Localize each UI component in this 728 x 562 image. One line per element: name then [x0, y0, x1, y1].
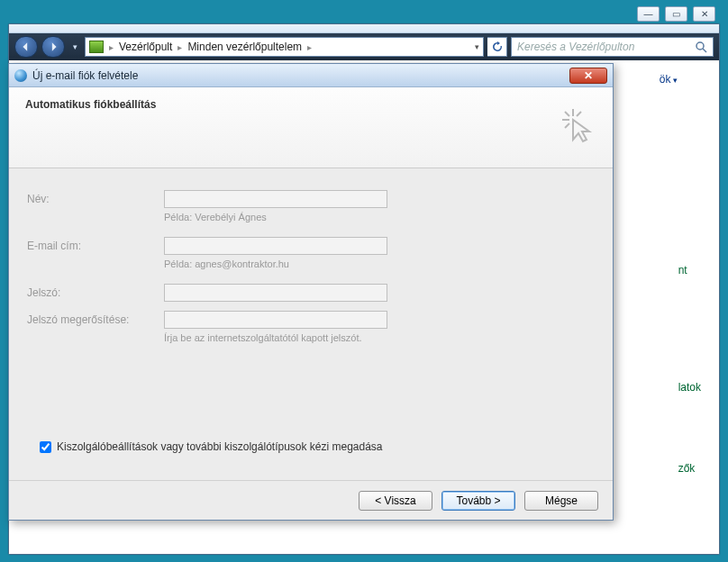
dialog-close-button[interactable]: ✕: [569, 68, 607, 84]
cp-item-link[interactable]: zők: [678, 462, 701, 475]
dialog-footer: < Vissza Tovább > Mégse: [9, 480, 613, 520]
breadcrumb-sep-icon: ▸: [177, 42, 182, 52]
email-label: E-mail cím:: [27, 240, 155, 252]
password-hint: Írja be az internetszolgáltatótól kapott…: [164, 332, 595, 343]
nav-forward-button[interactable]: [41, 36, 65, 58]
email-input[interactable]: [164, 237, 387, 255]
address-dropdown-icon[interactable]: ▾: [475, 42, 479, 51]
next-button[interactable]: Tovább >: [441, 491, 515, 511]
svg-point-0: [696, 42, 704, 50]
search-icon: [695, 41, 707, 53]
svg-line-1: [703, 49, 706, 52]
nav-history-dropdown[interactable]: ▾: [68, 38, 81, 56]
control-panel-icon: [89, 41, 104, 53]
dialog-header: Automatikus fiókbeállítás: [9, 87, 613, 168]
password-label: Jelszó:: [27, 286, 155, 299]
password-confirm-input[interactable]: [164, 311, 387, 329]
dialog-body: Név: Példa: Verebélyi Ágnes E-mail cím: …: [9, 168, 613, 480]
refresh-button[interactable]: [487, 37, 507, 57]
name-hint: Példa: Verebélyi Ágnes: [164, 212, 595, 222]
cancel-button[interactable]: Mégse: [524, 491, 598, 511]
svg-line-4: [565, 112, 569, 116]
search-input[interactable]: [517, 41, 689, 53]
window-close-button[interactable]: ✕: [693, 6, 715, 22]
password-confirm-label: Jelszó megerősítése:: [27, 313, 155, 326]
breadcrumb-item[interactable]: Vezérlőpult: [119, 41, 172, 53]
svg-line-6: [565, 123, 569, 128]
dialog-title-text: Új e-mail fiók felvétele: [32, 69, 138, 82]
name-label: Név:: [27, 193, 155, 205]
svg-line-5: [577, 112, 581, 116]
nav-bar: ▾ ▸ Vezérlőpult ▸ Minden vezérlőpultelem…: [9, 33, 719, 60]
add-email-account-dialog: Új e-mail fiók felvétele ✕ Automatikus f…: [8, 63, 614, 521]
window-minimize-button[interactable]: —: [637, 6, 660, 22]
breadcrumb-item[interactable]: Minden vezérlőpultelem: [187, 41, 302, 53]
dialog-titlebar[interactable]: Új e-mail fiók felvétele ✕: [9, 64, 613, 87]
manual-config-checkbox[interactable]: [40, 441, 51, 453]
breadcrumb-sep-icon: ▸: [109, 42, 114, 52]
window-maximize-button[interactable]: ▭: [665, 6, 687, 22]
window-titlebar: [9, 24, 719, 33]
address-bar[interactable]: ▸ Vezérlőpult ▸ Minden vezérlőpultelem ▸…: [85, 37, 484, 57]
cp-item-link[interactable]: nt: [678, 264, 701, 276]
cursor-burst-icon: [560, 107, 596, 143]
nav-back-button[interactable]: [14, 36, 38, 58]
dialog-heading: Automatikus fiókbeállítás: [25, 98, 596, 111]
breadcrumb-sep-icon: ▸: [307, 42, 312, 52]
cp-item-link[interactable]: latok: [678, 381, 701, 394]
name-input[interactable]: [164, 190, 387, 208]
manual-config-label: Kiszolgálóbeállítások vagy további kiszo…: [57, 440, 383, 453]
view-tools-link[interactable]: ök: [660, 73, 678, 86]
back-button[interactable]: < Vissza: [359, 491, 432, 511]
search-box[interactable]: [511, 37, 714, 57]
globe-icon: [14, 69, 27, 82]
email-hint: Példa: agnes@kontraktor.hu: [164, 258, 595, 269]
password-input[interactable]: [164, 284, 387, 302]
